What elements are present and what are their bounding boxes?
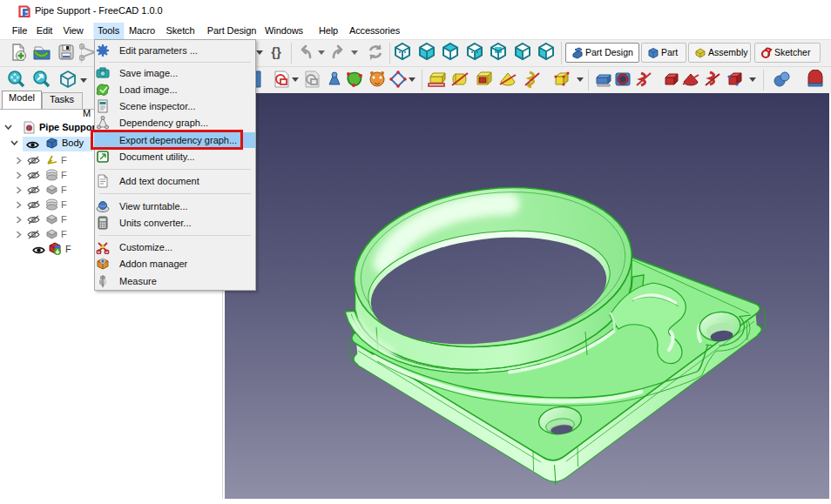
svg-text:{}: {} (271, 44, 281, 59)
